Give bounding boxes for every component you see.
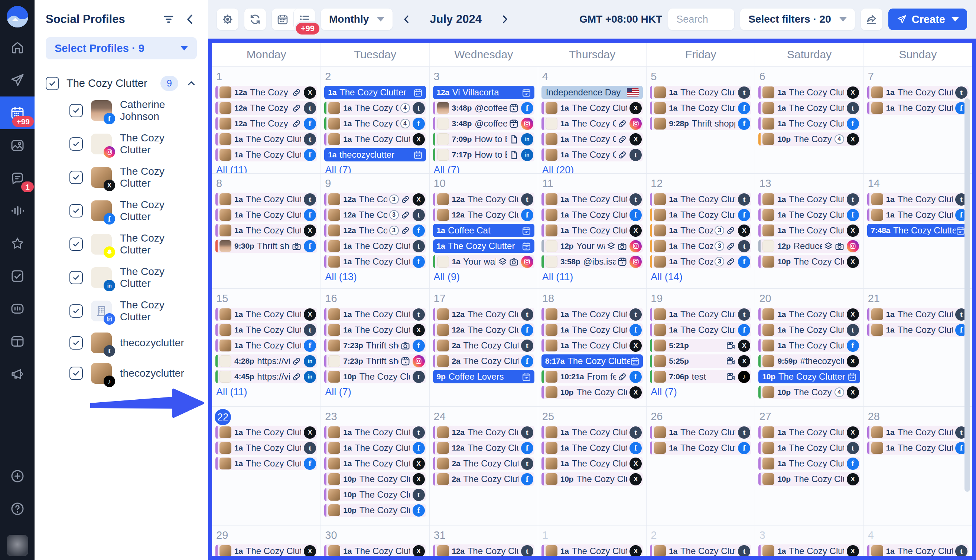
calendar-event[interactable]: 10pThe Cozy Cluttt <box>324 488 426 502</box>
calendar-event[interactable]: 1aThe Cozy Cluttet <box>650 86 751 99</box>
calendar-event[interactable]: 12aThe Cozy Cluttf <box>433 441 535 455</box>
sidebar-nav-media[interactable] <box>0 129 35 162</box>
calendar-event[interactable]: 12aThe Cozy Cluttt <box>433 544 535 558</box>
day-cell[interactable]: 21aThe Cozy Clutter1aThe Cozy Cl4t1aThe … <box>321 67 429 173</box>
calendar-event[interactable]: 1aThe Cozy ClutteX <box>759 426 860 439</box>
calendar-event[interactable]: 1aThe Cozy Cluttet <box>216 323 317 337</box>
calendar-event[interactable]: 1aThe Cozy Cluttef <box>650 323 751 337</box>
app-logo[interactable] <box>7 6 28 27</box>
scheduled-event[interactable]: 8:17aThe Cozy Clutter <box>541 354 643 368</box>
calendar-event[interactable]: 5:25pX <box>650 354 751 368</box>
calendar-event[interactable]: 1aThe Cozy Cluttef <box>759 208 860 222</box>
calendar-event[interactable]: 10:21aFrom feelif <box>541 370 643 383</box>
day-cell[interactable]: 3112aThe Cozy Cluttt <box>430 525 538 560</box>
calendar-event[interactable]: 1aThe Cozy ClutteX <box>541 457 643 470</box>
sidebar-nav-reports[interactable] <box>0 292 35 325</box>
view-mode-dropdown[interactable]: Monthly <box>321 8 393 30</box>
calendar-event[interactable]: 1aThe Cozy Cluttef <box>867 441 969 455</box>
filters-dropdown[interactable]: Select filters · 20 <box>740 8 855 30</box>
calendar-event[interactable]: 1aThe Cozy ClutteX <box>541 101 643 115</box>
calendar-event[interactable]: 1aThe Cozy3f <box>650 255 751 268</box>
calendar-event[interactable]: 12pYour wall <box>541 239 643 253</box>
calendar-event[interactable]: 1aThe Cozy Cluttef <box>759 339 860 352</box>
calendar-event[interactable]: 1aThe Cozy Cluttet <box>216 441 317 455</box>
calendar-event[interactable]: 12aThe Cozy Cluttf <box>433 208 535 222</box>
profile-group-row[interactable]: The Cozy Clutter 9 <box>46 76 197 91</box>
day-cell[interactable]: 2412aThe Cozy Cluttt12aThe Cozy Cluttf2a… <box>430 407 538 525</box>
day-cell[interactable]: 1712aThe Cozy Cluttt12aThe Cozy Cluttf2a… <box>430 289 538 407</box>
calendar-event[interactable]: 1aThe Cozy Cluttet <box>759 193 860 206</box>
calendar-event[interactable]: 1aThe Cozy ClutteX <box>324 132 426 146</box>
calendar-event[interactable]: 12aThe Cozy Cluttt <box>433 308 535 321</box>
calendar-event[interactable]: 1aThe Cozy Clut <box>541 148 643 162</box>
scheduled-event[interactable]: 1athecozyclutter <box>324 148 426 162</box>
calendar-event[interactable]: 12aThe Cozy3f <box>324 224 426 237</box>
create-button[interactable]: Create <box>888 8 967 30</box>
calendar-event[interactable]: 1aThe Cozy Cluttet <box>867 308 969 321</box>
settings-button[interactable] <box>217 8 239 30</box>
calendar-event[interactable]: 1aThe Cozy Cluttef <box>216 339 317 352</box>
calendar-event[interactable]: 9:30pThrift shopf <box>216 239 317 253</box>
calendar-event[interactable]: 1aThe Cozy Cluttet <box>541 426 643 439</box>
calendar-event[interactable]: 1aThe Cozy Clu <box>541 117 643 130</box>
calendar-event[interactable]: 1aThe Cozy Cluttet <box>650 544 751 558</box>
calendar-event[interactable]: 12aThe Cozy CluX <box>216 86 317 99</box>
chevron-up-icon[interactable] <box>186 78 197 89</box>
calendar-event[interactable]: 1aThe Cozy ClutteX <box>759 224 860 237</box>
profile-item[interactable]: in The Cozy Clutter <box>46 261 197 294</box>
calendar-event[interactable]: 1aThe Cozy Cluttet <box>324 426 426 439</box>
calendar-event[interactable]: 3:58p@ibs.isab <box>541 255 643 268</box>
show-all-link[interactable]: All (13) <box>324 270 426 283</box>
day-cell[interactable]: 71aThe Cozy Cluttet1aThe Cozy Cluttef <box>864 67 972 173</box>
calendar-event[interactable]: 10pThe Cozy Cluttf <box>324 503 426 517</box>
calendar-event[interactable]: 1aThe Cozy Cluttet <box>324 239 426 253</box>
calendar-event[interactable]: 1aThe Cozy ClutteX <box>324 457 426 470</box>
calendar-event[interactable]: 10pThe Cozy CluttX <box>541 386 643 399</box>
profile-item[interactable]: ♪ thecozyclutter <box>46 358 197 388</box>
calendar-event[interactable]: 1aThe Cozy Cluttet <box>650 426 751 439</box>
calendar-event[interactable]: 1aThe Cozy ClutteX <box>759 308 860 321</box>
calendar-event[interactable]: 1aThe Cozy ClutteX <box>541 544 643 558</box>
day-cell[interactable]: 181aThe Cozy Cluttet1aThe Cozy Cluttef1a… <box>538 289 646 407</box>
calendar-event[interactable]: 1aThe Cozy Cluttef <box>650 208 751 222</box>
day-cell[interactable]: 301aThe Cozy ClutteX <box>321 525 429 560</box>
calendar-event[interactable]: 12aThe Cozy Cluttf <box>433 323 535 337</box>
day-cell[interactable]: 191aThe Cozy Cluttet1aThe Cozy Cluttef5:… <box>646 289 755 407</box>
day-cell[interactable]: 251aThe Cozy Cluttet1aThe Cozy Cluttef1a… <box>538 407 646 525</box>
day-cell[interactable]: 281aThe Cozy Cluttet1aThe Cozy Cluttef <box>864 407 972 525</box>
day-cell[interactable]: 21aThe Cozy Cluttet <box>646 525 755 560</box>
calendar-event[interactable]: 12aThe Cozy3X <box>324 193 426 206</box>
day-cell[interactable]: 291aThe Cozy ClutteX <box>212 525 321 560</box>
calendar-event[interactable]: 1aThe Cozy Cluttet <box>541 308 643 321</box>
calendar-event[interactable]: 3:48p@coffeec <box>433 117 535 130</box>
scheduled-event[interactable]: 7:48aThe Cozy Clutter <box>867 224 969 237</box>
calendar-event[interactable]: 1aThe Cozy ClutteX <box>216 224 317 237</box>
profile-checkbox[interactable] <box>69 271 83 284</box>
scheduled-event[interactable]: 1aThe Cozy Clutter <box>324 86 426 99</box>
calendar-event[interactable]: 5:21pX <box>650 339 751 352</box>
calendar-event[interactable]: 10pThe Cozy CluttX <box>759 255 860 268</box>
calendar-event[interactable]: 10pThe Cozy C4X <box>759 386 860 399</box>
calendar-event[interactable]: 1aThe Cozy Cluttef <box>324 255 426 268</box>
calendar-event[interactable]: 1aThe Cozy ClutteX <box>324 323 426 337</box>
calendar-event[interactable]: 4:45phttps://visin <box>216 370 317 383</box>
profile-checkbox[interactable] <box>69 238 83 251</box>
calendar-event[interactable]: 1aThe Cozy Cluttef <box>759 457 860 470</box>
calendar-event[interactable]: 2aThe Cozy Cluttet <box>433 339 535 352</box>
calendar-event[interactable]: 1aThe Cozy ClutteX <box>216 426 317 439</box>
calendar-event[interactable]: 1aThe Cozy Cluttet <box>650 193 751 206</box>
calendar-event[interactable]: 9:28pThrift shoppif <box>650 117 751 130</box>
calendar-event[interactable]: 12aThe Cozy Cluttt <box>433 426 535 439</box>
calendar-event[interactable]: 2aThe Cozy Cluttef <box>433 354 535 368</box>
calendar-view-button[interactable] <box>272 8 293 30</box>
profile-checkbox[interactable] <box>69 336 83 350</box>
calendar-event[interactable]: 1aThe Cozy Cluttet <box>867 544 969 558</box>
day-cell[interactable]: 261aThe Cozy Cluttet1aThe Cozy Cluttef <box>646 407 755 525</box>
calendar-event[interactable]: 1aThe Cozy Cluttef <box>867 323 969 337</box>
profile-checkbox[interactable] <box>69 367 83 380</box>
scheduled-event[interactable]: 1aCoffee Cat <box>433 224 535 237</box>
calendar-event[interactable]: 12aThe Cozy Cluttt <box>433 193 535 206</box>
calendar-event[interactable]: 1aThe Cozy ClutteX <box>324 544 426 558</box>
profile-item[interactable]: The Cozy Clutter <box>46 227 197 261</box>
calendar-event[interactable]: 1aThe Cozy ClutteX <box>541 339 643 352</box>
